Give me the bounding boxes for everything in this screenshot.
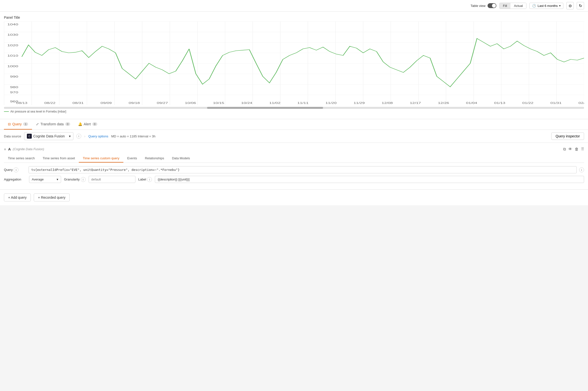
top-bar: Table view Fill Actual 🕐 Last 6 months ▾… [0,0,588,11]
actual-button[interactable]: Actual [510,3,526,9]
duplicate-icon[interactable]: ⧉ [563,147,566,151]
alert-tab-icon: 🔔 [78,122,82,126]
aggregation-value: Average [32,178,44,181]
svg-text:11/29: 11/29 [354,101,365,104]
svg-text:11/02: 11/02 [269,101,280,104]
aggregation-select[interactable]: Average ▾ [29,176,61,183]
legend-line-icon [4,111,9,112]
chart-scrollbar[interactable] [4,107,584,109]
svg-text:09/18: 09/18 [129,101,140,104]
sub-tab-relationships[interactable]: Relationships [141,154,168,163]
datasource-label: Data source [4,134,21,138]
chart-panel: Panel Title 1040 1030 1020 1010 1000 990… [0,11,588,119]
zoom-out-button[interactable]: ⊖ [566,2,574,9]
svg-text:01/13: 01/13 [494,101,505,104]
delete-icon[interactable]: 🗑 [575,147,579,151]
svg-text:1000: 1000 [7,65,18,68]
svg-text:10/24: 10/24 [241,101,252,104]
svg-text:01/22: 01/22 [522,101,533,104]
time-range-icon: 🕐 [532,4,536,8]
add-query-button[interactable]: + Add query [4,194,31,201]
query-block: ∨ A (Cognite Data Fusion) ⧉ 👁 🗑 ⠿ Time s… [0,143,588,189]
svg-text:1040: 1040 [7,23,18,26]
svg-text:01/04: 01/04 [466,101,477,104]
recorded-query-button[interactable]: + Recorded query [34,194,70,201]
transform-tab-badge: 0 [65,122,70,126]
sub-tab-data-models[interactable]: Data Models [168,154,194,163]
svg-text:1030: 1030 [7,33,18,36]
label-field-label: Label i [138,177,152,182]
query-options-meta: MD = auto = 1185 Interval = 3h [111,134,156,138]
query-tab-badge: 1 [23,122,28,126]
alert-tab-badge: 0 [92,122,97,126]
svg-text:10/06: 10/06 [185,101,196,104]
table-view-switch[interactable] [488,3,496,8]
table-view-label: Table view [471,4,486,8]
query-tab-label: Query [12,122,22,126]
query-help-icon[interactable]: i [579,167,584,172]
aggregation-chevron-icon: ▾ [57,178,58,181]
refresh-button[interactable]: ↻ [577,2,584,9]
collapse-button[interactable]: ∨ [4,147,6,151]
svg-text:09/27: 09/27 [157,101,168,104]
svg-text:11/20: 11/20 [325,101,337,104]
svg-text:01/31: 01/31 [550,101,561,104]
fill-button[interactable]: Fill [500,3,511,9]
query-row: Query i i [4,166,584,173]
alert-tab-label: Alert [84,122,91,126]
query-options-link[interactable]: Query options [88,134,108,138]
query-info-icon[interactable]: i [13,167,18,172]
aggregation-label: Aggregation [4,178,26,181]
query-field-label: Query i [4,167,26,172]
sub-tab-time-series-asset[interactable]: Time series from asset [39,154,79,163]
bottom-actions: + Add query + Recorded query [0,189,588,205]
svg-text:12/26: 12/26 [438,101,449,104]
sub-tab-time-series-search[interactable]: Time series search [4,154,39,163]
zoom-out-icon: ⊖ [569,3,572,8]
svg-text:970: 970 [10,91,18,94]
tabs-bar: ⊟ Query 1 ⤢ Transform data 0 🔔 Alert 0 [0,119,588,130]
time-range-button[interactable]: 🕐 Last 6 months ▾ [529,3,563,9]
fill-actual-toggle: Fill Actual [499,3,527,9]
sub-tab-time-series-custom[interactable]: Time series custom query [79,154,123,163]
svg-text:1010: 1010 [7,54,18,57]
chart-legend: Air pressure at sea level in Fornebu [mb… [4,110,584,113]
chevron-down-icon: ▾ [559,4,561,7]
tab-query[interactable]: ⊟ Query 1 [4,119,32,129]
label-info-icon[interactable]: i [147,177,152,182]
tab-transform[interactable]: ⤢ Transform data 0 [32,119,74,129]
query-tab-icon: ⊟ [8,122,11,126]
datasource-info-icon[interactable]: i [76,134,81,139]
query-letter: A [8,147,11,151]
svg-text:11/11: 11/11 [297,101,308,104]
svg-text:12/08: 12/08 [382,101,393,104]
svg-rect-0 [4,21,584,105]
hide-icon[interactable]: 👁 [568,147,572,151]
datasource-bar: Data source C Cognite Data Fusion ▾ i › … [0,130,588,143]
svg-text:12/17: 12/17 [410,101,421,104]
svg-text:08/22: 08/22 [44,101,55,104]
aggregation-row: Aggregation Average ▾ Granularity i Labe… [4,176,584,183]
granularity-info-icon[interactable]: i [81,177,86,182]
granularity-label: Granularity i [64,177,86,182]
svg-text:09/09: 09/09 [100,101,111,104]
refresh-icon: ↻ [579,3,582,8]
query-input[interactable] [29,166,577,173]
datasource-chevron-icon: ▾ [69,134,71,138]
svg-text:02/09: 02/09 [578,101,584,104]
query-inspector-button[interactable]: Query inspector [551,132,584,140]
table-view-toggle: Table view [471,3,496,8]
sub-tab-events[interactable]: Events [123,154,141,163]
granularity-input[interactable] [89,176,135,183]
transform-tab-label: Transform data [40,122,64,126]
datasource-selected-label: Cognite Data Fusion [33,134,65,138]
time-range-label: Last 6 months [538,4,558,8]
datasource-select[interactable]: C Cognite Data Fusion ▾ [24,132,73,140]
query-block-header: ∨ A (Cognite Data Fusion) ⧉ 👁 🗑 ⠿ [4,147,584,151]
query-block-actions: ⧉ 👁 🗑 ⠿ [563,147,584,151]
label-input[interactable] [155,176,584,183]
svg-text:08/13: 08/13 [16,101,27,104]
tab-alert[interactable]: 🔔 Alert 0 [74,119,101,129]
query-source-name: (Cognite Data Fusion) [13,147,44,151]
drag-icon[interactable]: ⠿ [581,147,584,151]
